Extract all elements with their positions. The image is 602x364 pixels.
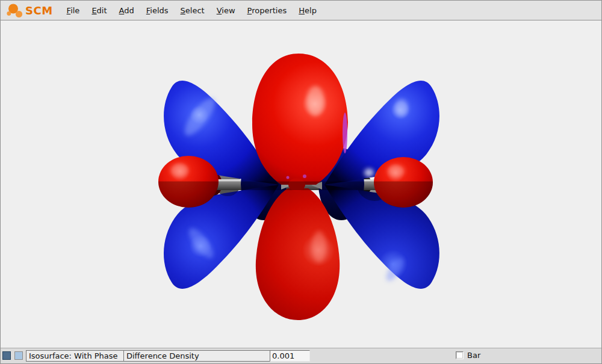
menu-add[interactable]: Add	[114, 4, 139, 17]
field-name-selector[interactable]: Difference Density	[123, 350, 270, 362]
adf-view-window: { "menubar": { "logo": "SCM", "items": […	[0, 0, 602, 364]
scm-logo-text: SCM	[25, 4, 53, 17]
overlap-sliver	[343, 113, 347, 153]
scm-logo: SCM	[6, 2, 53, 19]
color-swatch-light-button[interactable]	[14, 351, 23, 360]
isosurface-mode-field[interactable]: Isosurface: With Phase	[26, 350, 124, 362]
isovalue-input[interactable]	[270, 350, 310, 362]
overlap-dot-2	[287, 176, 290, 179]
menu-view[interactable]: View	[212, 4, 240, 17]
menu-edit[interactable]: Edit	[87, 4, 111, 17]
menubar: SCM File Edit Add Fields Select View Pro…	[1, 1, 601, 20]
bar-checkbox[interactable]: Bar	[456, 351, 480, 360]
bar-checkbox-label: Bar	[467, 351, 480, 360]
molecule-3d-viewport[interactable]	[1, 21, 602, 349]
checkbox-icon[interactable]	[456, 351, 464, 359]
menu-fields[interactable]: Fields	[141, 4, 173, 17]
scm-logo-icon	[6, 2, 24, 19]
color-swatch-dark-button[interactable]	[2, 351, 11, 360]
statusbar: Isosurface: With Phase Difference Densit…	[1, 348, 601, 363]
menu-file[interactable]: File	[62, 4, 85, 17]
menu-select[interactable]: Select	[176, 4, 209, 17]
difference-density-render	[1, 21, 602, 349]
menu-properties[interactable]: Properties	[243, 4, 292, 17]
positive-lobe-top	[252, 54, 348, 185]
menu-help[interactable]: Help	[294, 4, 321, 17]
overlap-dot-1	[303, 174, 306, 178]
